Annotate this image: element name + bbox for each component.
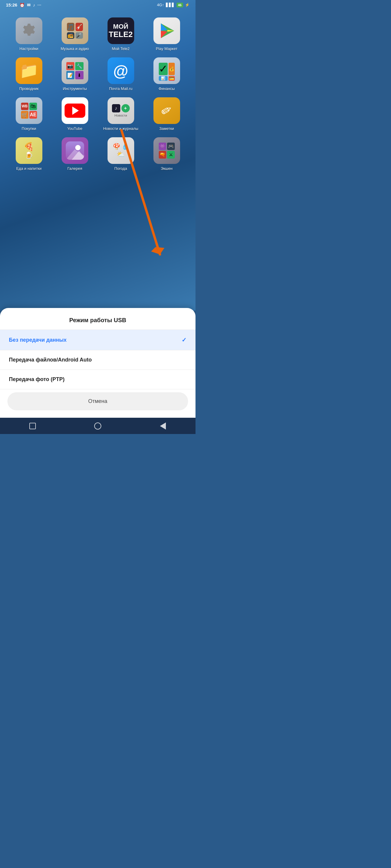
time-display: 15:26 [6, 2, 17, 7]
status-left: 15:26 ⏰ ✉ ♪ ··· [6, 2, 41, 7]
home-icon [94, 423, 101, 430]
mail-icon: @ [108, 57, 134, 84]
app-notes[interactable]: ✏ Заметки [147, 97, 187, 131]
back-icon [160, 423, 166, 430]
shopping-label: Покупки [22, 126, 36, 131]
app-mail[interactable]: @ Почта Mail.ru [101, 57, 141, 91]
app-youtube[interactable]: YouTube [55, 97, 95, 131]
message-icon: ✉ [27, 3, 30, 7]
option-no-transfer[interactable]: Без передачи данных ✓ [0, 330, 196, 350]
app-music[interactable]: 🎵 🎸 📻 🎤 Музыка и аудио [55, 18, 95, 52]
no-transfer-label: Без передачи данных [9, 337, 67, 343]
app-gallery[interactable]: Галерея [55, 137, 95, 171]
app-tools[interactable]: 📷 🔧 📝 ⬇ Инструменты [55, 57, 95, 91]
charging-icon: ⚡ [185, 3, 190, 7]
mail-label: Почта Mail.ru [109, 86, 132, 91]
option-file-transfer[interactable]: Передача файлов/Android Auto [0, 350, 196, 370]
signal-bars: ▋▋▋ [166, 3, 175, 7]
files-icon: 📁 [16, 57, 43, 84]
youtube-label: YouTube [67, 126, 82, 131]
signal-icon: 4G↑ [157, 3, 164, 7]
tiktok-status-icon: ♪ [33, 3, 35, 7]
gallery-icon [62, 137, 88, 164]
settings-icon [16, 18, 43, 44]
navigation-bar [0, 418, 196, 434]
weather-icon: 🍄 💧 ⛅ [108, 137, 134, 164]
status-bar: 15:26 ⏰ ✉ ♪ ··· 4G↑ ▋▋▋ 46 ⚡ [0, 0, 196, 8]
tele2-icon: МОЙ TELE2 [108, 18, 134, 44]
youtube-icon [62, 97, 88, 124]
app-grid: Настройки 🎵 🎸 📻 🎤 Музыка и аудио МОЙ TEL… [0, 8, 196, 174]
playstore-icon [153, 18, 180, 44]
files-label: Проводник [19, 86, 38, 91]
app-finance[interactable]: ✓ 💰 📊 💳 Финансы [147, 57, 187, 91]
playstore-label: Play Маркет [156, 46, 177, 52]
check-icon: ✓ [181, 336, 187, 343]
games-icon: 👾 🎮 🔫 ⚔ [153, 137, 180, 164]
food-icon: 🍕 🍺 [16, 137, 43, 164]
news-label: Новости и журналы [103, 126, 138, 131]
usb-mode-sheet: Режим работы USB Без передачи данных ✓ П… [0, 308, 196, 418]
more-icon: ··· [37, 3, 41, 7]
app-playstore[interactable]: Play Маркет [147, 18, 187, 52]
finance-label: Финансы [159, 86, 175, 91]
tools-icon: 📷 🔧 📝 ⬇ [62, 57, 88, 84]
app-food[interactable]: 🍕 🍺 Еда и напитки [9, 137, 49, 171]
gallery-label: Галерея [67, 166, 82, 171]
tools-label: Инструменты [63, 86, 87, 91]
app-weather[interactable]: 🍄 💧 ⛅ Погода [101, 137, 141, 171]
cancel-button[interactable]: Отмена [7, 392, 188, 410]
nav-recent-button[interactable] [28, 422, 37, 430]
notes-label: Заметки [159, 126, 174, 131]
music-label: Музыка и аудио [61, 46, 89, 52]
finance-icon: ✓ 💰 📊 💳 [153, 57, 180, 84]
weather-label: Погода [114, 166, 127, 171]
notes-icon: ✏ [153, 97, 180, 124]
news-icon: ♪ + Новости [108, 97, 134, 124]
alarm-icon: ⏰ [20, 3, 25, 7]
food-label: Еда и напитки [16, 166, 42, 171]
cancel-label: Отмена [88, 398, 108, 404]
app-news[interactable]: ♪ + Новости Новости и журналы [101, 97, 141, 131]
file-transfer-label: Передача файлов/Android Auto [9, 357, 92, 363]
app-tele2[interactable]: МОЙ TELE2 Мой Tele2 [101, 18, 141, 52]
app-shopping[interactable]: WB 🛍 🛒 AE Покупки [9, 97, 49, 131]
games-label: Экшен [161, 166, 173, 171]
tele2-label: Мой Tele2 [112, 46, 130, 52]
option-photo-transfer[interactable]: Передача фото (PTP) [0, 370, 196, 389]
sheet-title: Режим работы USB [0, 317, 196, 330]
app-files[interactable]: 📁 Проводник [9, 57, 49, 91]
app-settings[interactable]: Настройки [9, 18, 49, 52]
photo-transfer-label: Передача фото (PTP) [9, 376, 64, 382]
nav-back-button[interactable] [159, 422, 167, 430]
status-right: 4G↑ ▋▋▋ 46 ⚡ [157, 3, 190, 7]
recent-apps-icon [29, 423, 36, 429]
music-icon: 🎵 🎸 📻 🎤 [62, 18, 88, 44]
shopping-icon: WB 🛍 🛒 AE [16, 97, 43, 124]
app-games[interactable]: 👾 🎮 🔫 ⚔ Экшен [147, 137, 187, 171]
battery-indicator: 46 [176, 3, 183, 7]
nav-home-button[interactable] [93, 422, 102, 430]
settings-label: Настройки [20, 46, 38, 52]
